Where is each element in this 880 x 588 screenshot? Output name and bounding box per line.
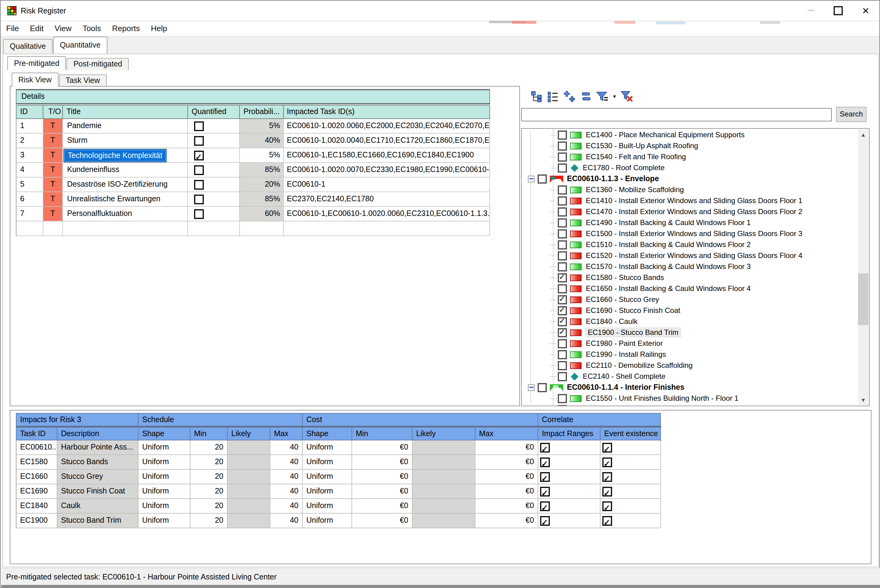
scroll-down-icon[interactable]: ▼: [858, 394, 868, 405]
event-existence-cell[interactable]: [601, 514, 661, 528]
tree-item[interactable]: EC1570 - Install Backing & Cauld Windows…: [522, 261, 858, 272]
task-checkbox[interactable]: [558, 207, 567, 216]
risk-type-cell[interactable]: T: [44, 177, 63, 192]
impact-ranges-cell[interactable]: [538, 470, 601, 484]
risk-type-cell[interactable]: T: [44, 148, 63, 163]
impact-ranges-cell[interactable]: [538, 499, 601, 514]
impact-schedule-max[interactable]: 40: [270, 499, 303, 514]
risk-id-cell[interactable]: 6: [16, 192, 44, 207]
tree-item[interactable]: EC1470 - Install Exterior Windows and Sl…: [522, 206, 858, 217]
impact-schedule-min[interactable]: 20: [191, 514, 228, 528]
impact-schedule-shape[interactable]: Uniform: [138, 455, 191, 470]
tree-item[interactable]: EC2110 - Demobilize Scaffolding: [522, 360, 858, 371]
tree-item[interactable]: EC1550 - Unit Finishes Building North - …: [522, 393, 858, 404]
impact-schedule-min[interactable]: 20: [191, 470, 228, 484]
risk-row[interactable]: 6 T Unrealistische Erwartungen 85% EC237…: [16, 192, 490, 207]
col-header-quantified[interactable]: Quantified: [188, 105, 240, 119]
col-header-schedule-likely[interactable]: Likely: [228, 427, 270, 440]
task-checkbox[interactable]: [538, 383, 547, 392]
tree-item[interactable]: EC1360 - Mobilize Scaffolding: [522, 184, 858, 195]
risk-quantified-cell[interactable]: [188, 221, 240, 236]
risk-impacted-cell[interactable]: EC00610-1.0020.0070,EC2330,EC1980,EC1990…: [284, 163, 490, 177]
quantified-checkbox[interactable]: [194, 121, 204, 131]
event-existence-checkbox[interactable]: [602, 442, 612, 452]
impact-ranges-cell[interactable]: [538, 514, 601, 528]
risk-quantified-cell[interactable]: [188, 207, 240, 221]
impact-cost-min[interactable]: €0: [352, 499, 413, 514]
impact-row[interactable]: EC1690 Stucco Finish Coat Uniform 20 40 …: [16, 484, 662, 499]
col-header-cost-max[interactable]: Max: [475, 427, 538, 440]
tree-item[interactable]: EC1400 - Place Mechanical Equipment Supp…: [522, 129, 858, 140]
impact-schedule-min[interactable]: 20: [191, 440, 228, 455]
impact-schedule-min[interactable]: 20: [191, 455, 228, 470]
event-existence-cell[interactable]: [601, 440, 661, 455]
tab-quantitative[interactable]: Quantitative: [53, 37, 107, 54]
event-existence-checkbox[interactable]: [602, 486, 612, 496]
tree-item[interactable]: EC1580 - Stucco Bands: [522, 272, 858, 283]
impact-schedule-max[interactable]: 40: [270, 514, 303, 528]
risk-title-cell[interactable]: Unrealistische Erwartungen: [63, 192, 188, 207]
col-header-id[interactable]: ID: [16, 105, 44, 119]
impact-cost-max[interactable]: €0: [475, 514, 538, 528]
risk-id-cell[interactable]: [16, 221, 44, 236]
tree-item[interactable]: EC00610-1.1.3 - Envelope: [522, 173, 858, 184]
risk-impacted-cell[interactable]: EC00610-1,EC00610-1.0020.0060,EC2310,EC0…: [284, 207, 490, 221]
risk-title-cell[interactable]: Pandemie: [63, 119, 188, 134]
tab-post-mitigated[interactable]: Post-mitigated: [67, 58, 129, 70]
task-checkbox[interactable]: [558, 130, 567, 140]
minimize-button[interactable]: [797, 1, 824, 20]
impact-task-id[interactable]: EC1580: [16, 455, 57, 470]
impact-cost-shape[interactable]: Uniform: [303, 514, 352, 528]
impact-ranges-checkbox[interactable]: [540, 516, 550, 525]
task-checkbox[interactable]: [558, 295, 567, 304]
risk-quantified-cell[interactable]: [188, 192, 240, 207]
impact-ranges-cell[interactable]: [538, 440, 601, 455]
risk-quantified-cell[interactable]: [188, 177, 240, 192]
impact-row[interactable]: EC1660 Stucco Grey Uniform 20 40 Uniform…: [16, 470, 662, 484]
task-checkbox[interactable]: [538, 174, 547, 183]
risk-probability-cell[interactable]: [240, 221, 284, 236]
task-checkbox[interactable]: [558, 350, 567, 359]
clear-filter-icon[interactable]: [619, 90, 634, 102]
impact-ranges-checkbox[interactable]: [540, 486, 550, 496]
impact-schedule-shape[interactable]: Uniform: [138, 440, 191, 455]
risk-row[interactable]: 1 T Pandemie 5% EC00610-1.0020.0060,EC20…: [16, 119, 490, 134]
risk-impacted-cell[interactable]: EC00610-1,EC1580,EC1660,EC1690,EC1840,EC…: [284, 148, 490, 163]
impact-ranges-cell[interactable]: [538, 484, 601, 499]
task-checkbox[interactable]: [558, 240, 567, 249]
tree-item[interactable]: EC2140 - Shell Complete: [522, 371, 858, 382]
impact-cost-max[interactable]: €0: [475, 470, 538, 484]
impact-task-id[interactable]: EC1900: [16, 514, 57, 528]
impact-task-id[interactable]: EC1690: [16, 484, 57, 499]
tree-item[interactable]: EC1530 - Built-Up Asphalt Roofing: [522, 140, 858, 151]
task-checkbox[interactable]: [558, 339, 567, 348]
list-view-icon[interactable]: [545, 90, 560, 102]
tree-item[interactable]: EC1780 - Roof Complete: [522, 162, 858, 173]
event-existence-cell[interactable]: [601, 455, 661, 470]
tree-item[interactable]: EC1690 - Stucco Finish Coat: [522, 305, 858, 316]
quantified-checkbox[interactable]: [194, 209, 204, 219]
task-checkbox[interactable]: [558, 306, 567, 315]
task-checkbox[interactable]: [558, 284, 567, 293]
collapse-expander-icon[interactable]: [528, 384, 535, 391]
risk-row[interactable]: 5 T Desaströse ISO-Zertifizierung 20% EC…: [16, 177, 490, 192]
risk-probability-cell[interactable]: 60%: [240, 207, 284, 221]
risk-impacted-cell[interactable]: EC00610-1: [284, 177, 490, 192]
risk-id-cell[interactable]: 7: [16, 207, 44, 221]
impact-cost-shape[interactable]: Uniform: [303, 499, 352, 514]
impact-cost-shape[interactable]: Uniform: [303, 455, 352, 470]
col-header-cost-min[interactable]: Min: [352, 427, 413, 440]
risk-impacted-cell[interactable]: EC00610-1.0020.0040,EC1710,EC1720,EC1860…: [284, 134, 490, 148]
impact-cost-min[interactable]: €0: [352, 440, 413, 455]
task-checkbox[interactable]: [558, 361, 567, 370]
impact-ranges-checkbox[interactable]: [540, 472, 550, 482]
event-existence-checkbox[interactable]: [602, 457, 612, 467]
impact-ranges-cell[interactable]: [538, 455, 601, 470]
tree-item[interactable]: EC1900 - Stucco Band Trim: [522, 327, 858, 338]
impact-ranges-checkbox[interactable]: [540, 501, 550, 511]
filter-dropdown-icon[interactable]: ▼: [612, 94, 617, 99]
task-checkbox[interactable]: [558, 328, 567, 337]
impact-cost-shape[interactable]: Uniform: [303, 484, 352, 499]
risk-title-cell[interactable]: [63, 221, 188, 236]
risk-id-cell[interactable]: 3: [16, 148, 44, 163]
